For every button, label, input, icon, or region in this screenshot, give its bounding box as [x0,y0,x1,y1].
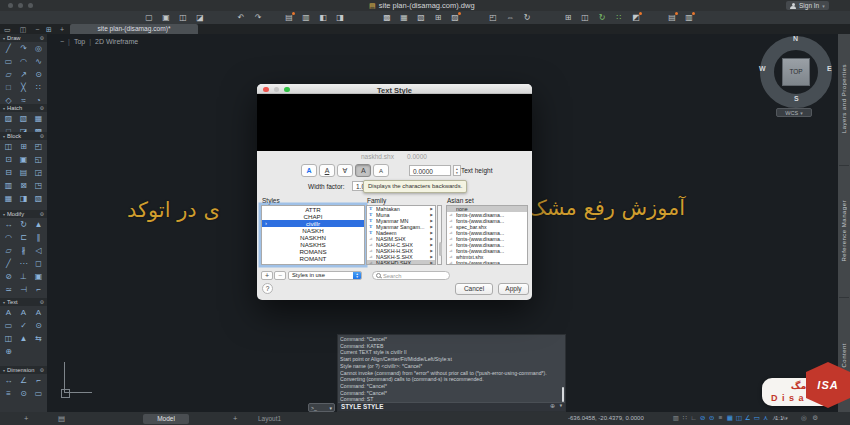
style-list-item[interactable]: NASKHS [262,241,364,248]
window-controls[interactable] [8,3,33,8]
redo-icon[interactable]: ↷ [252,12,264,24]
sheet-set-icon[interactable]: ▨ [449,12,461,24]
text-tool-icon[interactable]: ▲ [16,332,31,345]
text-tool-icon[interactable]: ⊙ [31,319,46,332]
block-tool-icon[interactable]: ◲ [31,166,46,179]
palette-section-block[interactable]: ▾ Block ⚙ [0,132,47,140]
layer-states-icon[interactable]: ▥ [683,12,695,24]
style-list-item[interactable]: ROMANS [262,248,364,255]
palette-section-dimension[interactable]: ▾ Dimension ⚙ [0,366,47,374]
block-tool-icon[interactable]: ⊠ [16,179,31,192]
match-orientation-toggle[interactable]: A [319,164,335,177]
tab-layers-properties[interactable]: Layers and Properties [838,34,850,164]
viewport-visual-style-control[interactable]: 2D Wireframe [95,38,138,45]
backwards-toggle[interactable]: A [355,164,371,177]
modify-tool-icon[interactable]: ⋯ [16,257,31,270]
print-preview-icon[interactable]: ▥ [300,12,312,24]
draw-tool-icon[interactable]: ◠ [16,55,31,68]
block-tool-icon[interactable]: ⊟ [1,166,16,179]
style-list-item[interactable]: SAZE [262,262,364,265]
dimension-tool-icon[interactable]: ∠ [16,374,31,387]
modify-tool-icon[interactable]: ↔ [1,218,16,231]
style-list-item[interactable]: NASKHN [262,234,364,241]
modify-tool-icon[interactable]: ≃ [1,283,16,296]
modify-tool-icon[interactable]: ⊏ [16,231,31,244]
settings-gear-icon[interactable]: ⚙ [812,413,820,423]
draw-tool-icon[interactable]: ▱ [1,68,16,81]
block-tool-icon[interactable]: ◨ [16,192,31,205]
restore-window-icon[interactable]: ▭ [4,26,11,33]
vertical-toggle[interactable]: A [373,164,389,177]
styles-filter-dropdown[interactable]: Styles in use ▴▾ [288,271,362,280]
gear-icon[interactable]: ⚙ [40,367,44,373]
text-height-field[interactable]: 0.0000 [409,165,451,176]
globe-icon[interactable]: ⊕ [550,402,555,410]
minimize-icon[interactable]: − [35,26,39,33]
add-style-button[interactable]: + [261,271,273,280]
dimension-tool-icon[interactable]: ≡ [1,387,16,400]
insert-block-icon[interactable]: ▩ [381,12,393,24]
hatch-tool-icon[interactable]: ▨ [1,112,16,125]
attach-reference-icon[interactable]: ▦ [398,12,410,24]
zoom-window-icon[interactable]: ◰ [487,12,499,24]
wcs-menu[interactable]: WCS ▾ [776,108,812,117]
modify-tool-icon[interactable]: ▣ [31,270,46,283]
gear-icon[interactable]: ⚙ [40,105,44,111]
add-sheet-icon[interactable]: + [24,414,28,423]
layer-properties-icon[interactable]: ▤ [666,12,678,24]
compass-north[interactable]: N [793,35,798,42]
draw-tool-icon[interactable]: ↗ [16,68,31,81]
apply-button[interactable]: Apply [498,283,529,295]
modify-tool-icon[interactable]: ◁ [31,244,46,257]
block-tool-icon[interactable]: ◫ [1,140,16,153]
font-family-item[interactable]: ⊿ NASKHD.SHX ▶ [367,260,435,265]
text-tool-icon[interactable]: ⊕ [1,345,16,358]
dimension-tool-icon[interactable]: ▭ [31,387,46,400]
family-scrollbar[interactable] [437,205,442,265]
help-button[interactable]: ? [262,283,273,294]
draw-tool-icon[interactable]: ⊙ [31,68,46,81]
palette-section-hatch[interactable]: ▾ Hatch ⚙ [0,104,47,112]
dynamic-input-icon[interactable]: ∠ [744,413,752,423]
object-snap-tracking-icon[interactable]: ◫ [735,413,743,423]
asian-set-item[interactable]: ⊿ fonts-(www.disama... [447,260,527,265]
block-tool-icon[interactable]: ⊞ [16,140,31,153]
tab-reference-manager[interactable]: Reference Manager [838,166,850,296]
upside-down-toggle[interactable]: ∀ [337,164,353,177]
draw-tool-icon[interactable]: ◎ [31,42,46,55]
compass-south[interactable]: S [794,95,799,102]
orbit-icon[interactable]: ↻ [521,12,533,24]
style-list-item[interactable]: NASKH [262,227,364,234]
cancel-button[interactable]: Cancel [455,283,493,295]
modify-tool-icon[interactable]: ▱ [1,244,16,257]
measure-icon[interactable]: ⊞ [562,12,574,24]
text-tool-icon[interactable]: A [1,306,16,319]
viewport-icon[interactable]: ⊞ [432,12,444,24]
height-stepper[interactable]: ▴▾ [453,165,461,176]
palette-section-text[interactable]: ▾ Text ⚙ [0,298,47,306]
draw-tool-icon[interactable]: ↷ [16,42,31,55]
viewport-view-control[interactable]: Top [74,38,85,45]
viewport-minimize-control[interactable]: − [60,38,64,45]
block-tool-icon[interactable]: ⊡ [1,153,16,166]
modify-tool-icon[interactable]: ⊘ [1,270,16,283]
search-field[interactable] [372,271,450,280]
draw-tool-icon[interactable]: ▭ [1,55,16,68]
modify-tool-icon[interactable]: ◻ [31,257,46,270]
draw-tool-icon[interactable]: ╱ [1,42,16,55]
annotation-visibility-icon[interactable]: ⋏ [762,413,770,423]
text-tool-icon[interactable]: ⇆ [31,332,46,345]
modify-tool-icon[interactable]: ╱ [1,257,16,270]
text-tool-icon[interactable]: A [31,306,46,319]
new-tab-icon[interactable]: + [60,26,64,33]
text-tool-icon[interactable]: ▭ [1,319,16,332]
ortho-mode-icon[interactable]: ∟ [690,413,698,423]
style-list-item[interactable]: CHAPI [262,213,364,220]
modify-tool-icon[interactable]: ⊣ [16,283,31,296]
draw-tool-icon[interactable]: □ [1,81,16,94]
block-tool-icon[interactable]: ◱ [31,153,46,166]
block-tool-icon[interactable]: ▧ [31,192,46,205]
draw-tool-icon[interactable]: ╳ [16,81,31,94]
gear-icon[interactable]: ⚙ [40,299,44,305]
isometric-drafting-icon[interactable]: ⊘ [699,413,707,423]
